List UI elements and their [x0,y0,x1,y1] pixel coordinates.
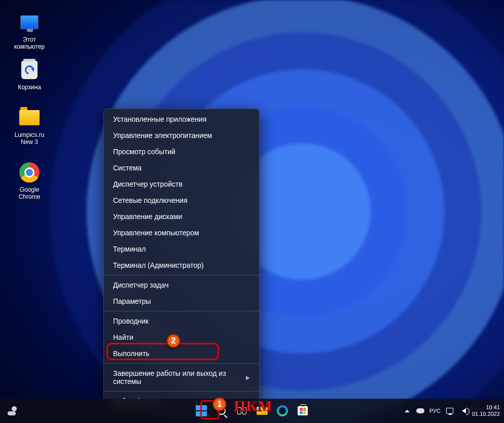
windows-logo-icon [196,405,207,416]
menu-item-task-manager[interactable]: Диспетчер задач [104,277,259,293]
tray-clock[interactable]: 10:41 01.10.2022 [472,404,500,417]
menu-item-device-manager[interactable]: Диспетчер устройств [104,176,259,192]
menu-separator [104,311,259,311]
menu-separator [104,391,259,392]
tray-onedrive-button[interactable] [416,407,424,415]
icon-label: Этоткомпьютер [9,36,50,50]
menu-item-shutdown-signout[interactable]: Завершение работы или выход из системы▶ [104,365,259,390]
chevron-up-icon [405,407,410,412]
menu-item-event-viewer[interactable]: Просмотр событий [104,144,259,160]
desktop[interactable]: Этоткомпьютер Корзина Lumpics.ruNew 3 Go… [0,0,504,423]
taskbar-store-button[interactable] [294,402,312,420]
tray-volume-button[interactable] [459,407,467,415]
chevron-right-icon: ▶ [246,375,250,380]
tray-overflow-button[interactable] [403,407,411,415]
menu-item-computer-management[interactable]: Управление компьютером [104,225,259,241]
taskbar-widgets-button[interactable] [3,402,21,420]
clock-time: 10:41 [472,404,500,411]
weather-icon [7,405,18,416]
menu-item-terminal[interactable]: Терминал [104,241,259,257]
menu-item-file-explorer[interactable]: Проводник [104,313,259,329]
network-icon [446,408,453,414]
menu-item-settings[interactable]: Параметры [104,293,259,309]
desktop-icon-folder[interactable]: Lumpics.ruNew 3 [9,107,50,146]
chrome-icon [18,161,41,184]
menu-separator [104,275,259,275]
start-context-menu: Установленные приложения Управление элек… [103,109,260,412]
menu-item-search[interactable]: Найти [104,329,259,345]
menu-separator [104,363,259,364]
menu-item-disk-management[interactable]: Управление дисками [104,208,259,225]
taskbar-edge-button[interactable] [273,402,292,420]
tray-language-button[interactable]: РУС [429,407,441,415]
folder-icon [18,107,41,129]
speaker-icon [459,408,466,413]
desktop-icon-chrome[interactable]: GoogleChrome [9,161,50,200]
icon-label: Lumpics.ruNew 3 [9,131,50,146]
menu-item-run[interactable]: Выполнить [104,345,259,362]
annotation-callout-2: 2 [166,334,181,348]
annotation-rmb-label: ПКМ [234,397,272,414]
desktop-icon-this-pc[interactable]: Этоткомпьютер [9,11,50,50]
icon-label: Корзина [9,84,50,91]
annotation-callout-1: 1 [212,397,227,411]
clock-date: 01.10.2022 [472,411,500,417]
cloud-icon [416,408,424,413]
recycle-bin-icon [18,59,41,81]
menu-item-power-options[interactable]: Управление электропитанием [104,127,259,144]
edge-icon [277,405,288,416]
tray-network-button[interactable] [446,407,454,415]
desktop-icon-recycle-bin[interactable]: Корзина [9,59,50,91]
menu-item-network-connections[interactable]: Сетевые подключения [104,192,259,208]
start-button[interactable] [192,402,210,420]
menu-item-terminal-admin[interactable]: Терминал (Администратор) [104,257,259,273]
monitor-icon [18,11,41,33]
store-icon [298,406,308,415]
menu-item-installed-apps[interactable]: Установленные приложения [104,111,259,127]
menu-item-system[interactable]: Система [104,160,259,176]
icon-label: GoogleChrome [9,186,50,200]
